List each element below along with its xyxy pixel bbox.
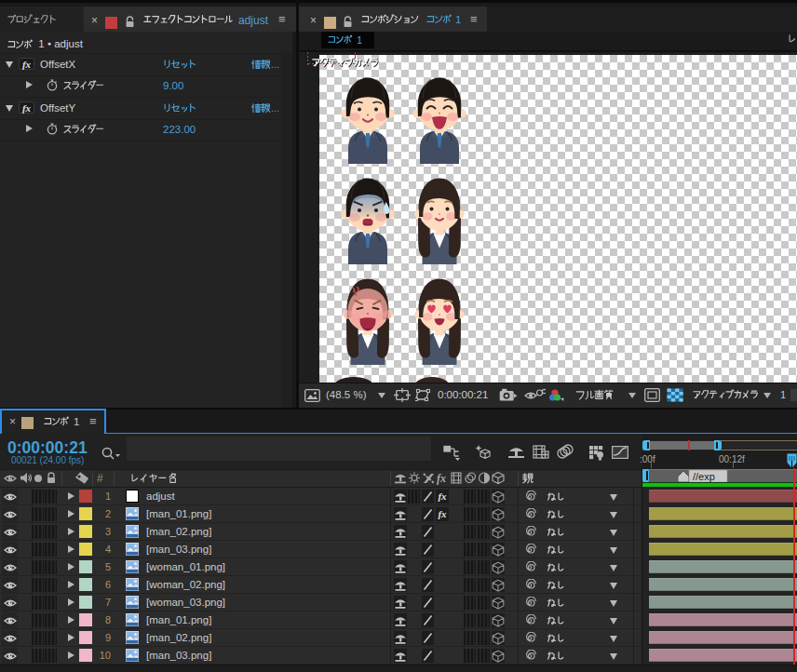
svg-text://exp: //exp [693,471,715,482]
svg-text:fx: fx [437,472,446,485]
